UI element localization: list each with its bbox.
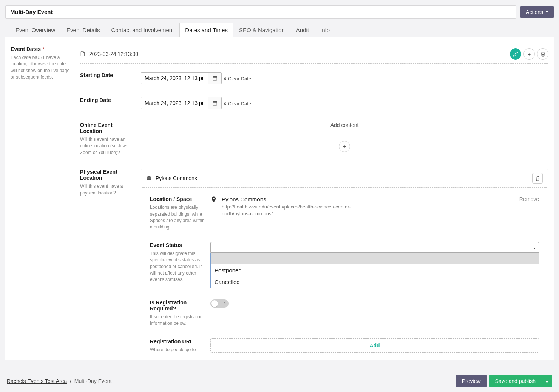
tab-contact[interactable]: Contact and Involvement xyxy=(105,23,179,37)
status-option-postponed[interactable]: Postponed xyxy=(211,264,539,276)
starting-calendar-icon[interactable] xyxy=(208,72,222,84)
starting-date-label: Starting Date xyxy=(80,72,135,78)
actions-button[interactable]: Actions xyxy=(520,6,554,18)
file-icon xyxy=(80,51,85,57)
event-dates-label: Event Dates xyxy=(11,46,41,52)
tab-bar: Event Overview Event Details Contact and… xyxy=(5,22,554,37)
registration-url-add[interactable]: Add xyxy=(210,338,539,353)
tab-dates-times[interactable]: Dates and Times xyxy=(179,23,233,37)
online-location-help: Will this event have an online location … xyxy=(80,136,135,156)
add-content-button[interactable]: + xyxy=(339,141,350,152)
starting-date-input[interactable] xyxy=(141,72,208,84)
tab-event-overview[interactable]: Event Overview xyxy=(10,23,61,37)
section-title: Event Dates * xyxy=(11,46,71,52)
status-option-blank[interactable] xyxy=(211,253,539,264)
section-help: Each date MUST have a location, otherwis… xyxy=(11,54,71,81)
physical-location-help: Will this event have a physical location… xyxy=(80,183,135,196)
building-icon xyxy=(146,175,152,182)
svg-rect-4 xyxy=(213,101,217,105)
map-pin-icon xyxy=(210,196,217,204)
date-card-title: 2023-03-24 12:13:00 xyxy=(89,51,138,57)
tab-audit[interactable]: Audit xyxy=(290,23,315,37)
location-url: http://health.wvu.edu/events/places/heal… xyxy=(222,204,373,217)
toggle-knob xyxy=(211,300,218,307)
event-status-dropdown: Postponed Cancelled xyxy=(210,253,539,288)
tab-info[interactable]: Info xyxy=(315,23,335,37)
required-indicator: * xyxy=(42,46,44,52)
close-icon: ✕ xyxy=(223,301,226,306)
online-location-label: Online Event Location xyxy=(80,122,135,134)
ending-date-input[interactable] xyxy=(141,97,208,109)
edit-button[interactable] xyxy=(510,48,521,60)
add-content-label: Add content xyxy=(141,122,548,128)
tab-seo[interactable]: SEO & Navigation xyxy=(233,23,290,37)
event-status-help: This will designate this specific event'… xyxy=(150,250,205,283)
svg-rect-0 xyxy=(213,76,217,80)
location-name: Pylons Commons xyxy=(222,196,515,202)
ending-clear-date[interactable]: Clear Date xyxy=(223,101,251,106)
location-space-help: Locations are physically separated build… xyxy=(150,204,205,231)
physical-location-label: Physical Event Location xyxy=(80,169,135,181)
registration-url-help: Where do people go to xyxy=(150,347,205,353)
physical-card-title: Pylons Commons xyxy=(156,175,197,181)
page-title-input[interactable] xyxy=(5,5,516,19)
location-space-label: Location / Space xyxy=(150,196,205,202)
registration-required-help: If so, enter the registration informatio… xyxy=(150,314,205,327)
ending-date-label: Ending Date xyxy=(80,97,135,103)
registration-url-label: Registration URL xyxy=(150,338,205,344)
starting-clear-date[interactable]: Clear Date xyxy=(223,76,251,82)
event-status-label: Event Status xyxy=(150,242,205,248)
add-button[interactable]: + xyxy=(523,48,535,60)
delete-button[interactable] xyxy=(537,48,548,60)
physical-delete-button[interactable] xyxy=(532,173,543,184)
event-status-select[interactable] xyxy=(210,242,539,253)
ending-calendar-icon[interactable] xyxy=(208,97,222,109)
actions-label: Actions xyxy=(526,9,543,15)
registration-toggle[interactable]: ✕ xyxy=(210,299,229,308)
status-option-cancelled[interactable]: Cancelled xyxy=(211,276,539,288)
registration-required-label: Is Registration Required? xyxy=(150,299,205,312)
tab-event-details[interactable]: Event Details xyxy=(61,23,105,37)
location-remove[interactable]: Remove xyxy=(519,196,539,202)
